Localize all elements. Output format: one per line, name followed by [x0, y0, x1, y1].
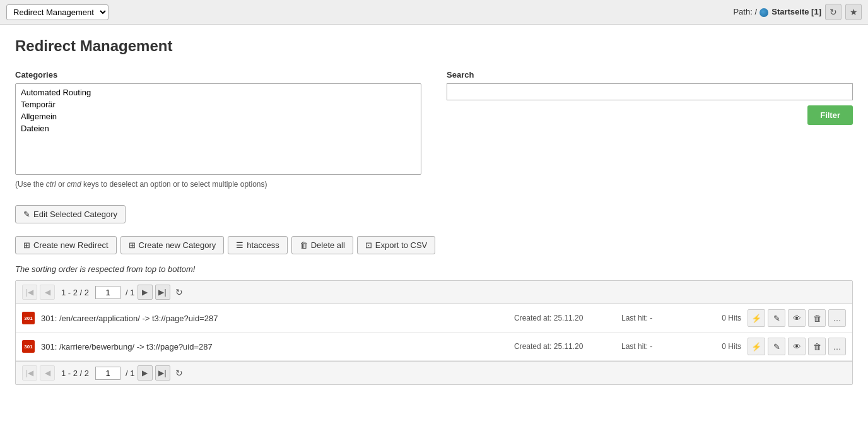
- view-button[interactable]: 👁: [788, 309, 806, 327]
- pagination-refresh-button[interactable]: ↻: [175, 287, 183, 297]
- form-row: Categories Automated Routing Temporär Al…: [15, 70, 853, 198]
- table-row: 301 301: /karriere/bewerbung/ -> t3://pa…: [16, 333, 852, 361]
- categories-help-text: (Use the ctrl or cmd keys to deselect an…: [15, 180, 421, 189]
- edit-icon: ✎: [23, 210, 30, 219]
- edit-button[interactable]: ✎: [768, 338, 785, 355]
- categories-label: Categories: [15, 70, 421, 80]
- view-button[interactable]: 👁: [788, 338, 806, 355]
- row-actions: ⚡ ✎ 👁 🗑 …: [748, 309, 846, 327]
- category-option-dateien[interactable]: Dateien: [18, 122, 418, 134]
- last-hit: Last hit: -: [621, 314, 697, 322]
- top-bar-right: Path: / Startseite [1] ↻ ★: [733, 4, 862, 20]
- first-page-button-bottom[interactable]: |◀: [22, 365, 37, 381]
- page-input-bottom[interactable]: [95, 367, 120, 380]
- refresh-button[interactable]: ↻: [825, 4, 842, 20]
- row-actions: ⚡ ✎ 👁 🗑 …: [748, 338, 846, 355]
- top-bar: Redirect Management Path: / Startseite […: [0, 0, 868, 25]
- first-page-button[interactable]: |◀: [22, 285, 37, 300]
- create-category-icon: ⊞: [129, 240, 136, 250]
- prev-page-button[interactable]: ◀: [40, 285, 55, 300]
- hits: 0 Hits: [703, 342, 741, 351]
- category-option-automated[interactable]: Automated Routing: [18, 86, 418, 98]
- delete-all-button[interactable]: 🗑 Delete all: [291, 236, 353, 254]
- htaccess-icon: ☰: [236, 240, 243, 250]
- table-row: 301 301: /en/career/application/ -> t3:/…: [16, 304, 852, 333]
- page-total-bottom: / 1: [126, 369, 134, 378]
- created-at: Created at: 25.11.20: [514, 342, 615, 351]
- create-redirect-button[interactable]: ⊞ Create new Redirect: [15, 236, 117, 254]
- category-option-allgemein[interactable]: Allgemein: [18, 110, 418, 122]
- delete-button[interactable]: 🗑: [808, 338, 826, 355]
- htaccess-button[interactable]: ☰ htaccess: [228, 236, 287, 254]
- next-page-button-bottom[interactable]: ▶: [138, 365, 153, 381]
- export-csv-icon: ⊡: [365, 240, 372, 250]
- page-count-bottom: 1 - 2 / 2: [61, 369, 89, 378]
- path-label: Path: /: [733, 7, 757, 16]
- globe-icon: [760, 8, 768, 17]
- site-link[interactable]: Startseite [1]: [771, 7, 821, 16]
- action-buttons: ⊞ Create new Redirect ⊞ Create new Categ…: [15, 236, 853, 254]
- last-page-button-bottom[interactable]: ▶|: [155, 365, 170, 381]
- search-col: Search Filter: [447, 70, 853, 198]
- create-category-button[interactable]: ⊞ Create new Category: [120, 236, 225, 254]
- htaccess-label: htaccess: [247, 240, 279, 250]
- delete-all-icon: 🗑: [300, 240, 308, 250]
- top-pagination-bar: |◀ ◀ 1 - 2 / 2 / 1 ▶ ▶| ↻: [16, 281, 852, 304]
- last-hit: Last hit: -: [621, 342, 697, 351]
- export-csv-label: Export to CSV: [375, 240, 427, 250]
- pagination-refresh-button-bottom[interactable]: ↻: [175, 368, 183, 378]
- redirect-text: 301: /en/career/application/ -> t3://pag…: [41, 314, 508, 323]
- delete-button[interactable]: 🗑: [808, 309, 826, 327]
- edit-selected-category-button[interactable]: ✎ Edit Selected Category: [15, 205, 126, 223]
- page-total: / 1: [126, 288, 134, 297]
- redirect-type-icon: 301: [22, 312, 35, 324]
- bookmark-button[interactable]: ★: [845, 4, 862, 20]
- edit-button[interactable]: ✎: [768, 309, 785, 327]
- next-page-button[interactable]: ▶: [138, 285, 153, 300]
- hits: 0 Hits: [703, 314, 741, 322]
- more-button[interactable]: …: [828, 309, 846, 327]
- lightning-button[interactable]: ⚡: [748, 309, 765, 327]
- sorting-info: The sorting order is respected from top …: [15, 264, 853, 274]
- more-button[interactable]: …: [828, 338, 846, 355]
- list-container: |◀ ◀ 1 - 2 / 2 / 1 ▶ ▶| ↻ 301 301: /en/c…: [15, 280, 853, 385]
- lightning-button[interactable]: ⚡: [748, 338, 765, 355]
- module-select[interactable]: Redirect Management: [6, 4, 108, 20]
- bottom-pagination-bar: |◀ ◀ 1 - 2 / 2 / 1 ▶ ▶| ↻: [16, 361, 852, 384]
- category-option-temporar[interactable]: Temporär: [18, 98, 418, 110]
- page-title: Redirect Management: [15, 37, 853, 55]
- search-label: Search: [447, 70, 853, 80]
- path-info: Path: / Startseite [1]: [733, 7, 821, 17]
- redirect-type-icon: 301: [22, 340, 35, 353]
- categories-listbox[interactable]: Automated Routing Temporär Allgemein Dat…: [15, 83, 421, 175]
- main-content: Redirect Management Categories Automated…: [0, 25, 868, 431]
- search-input[interactable]: [447, 83, 853, 100]
- created-at: Created at: 25.11.20: [514, 314, 615, 322]
- page-count: 1 - 2 / 2: [61, 288, 89, 297]
- create-redirect-label: Create new Redirect: [33, 240, 108, 250]
- create-category-label: Create new Category: [139, 240, 216, 250]
- redirect-text: 301: /karriere/bewerbung/ -> t3://page?u…: [41, 342, 508, 351]
- categories-col: Categories Automated Routing Temporär Al…: [15, 70, 421, 198]
- edit-selected-label: Edit Selected Category: [33, 210, 117, 219]
- prev-page-button-bottom[interactable]: ◀: [40, 365, 55, 381]
- last-page-button[interactable]: ▶|: [155, 285, 170, 300]
- filter-button[interactable]: Filter: [807, 105, 853, 125]
- delete-all-label: Delete all: [311, 240, 345, 250]
- create-redirect-icon: ⊞: [23, 240, 30, 250]
- page-input[interactable]: [95, 286, 120, 299]
- export-csv-button[interactable]: ⊡ Export to CSV: [357, 236, 435, 254]
- top-bar-left: Redirect Management: [6, 4, 108, 20]
